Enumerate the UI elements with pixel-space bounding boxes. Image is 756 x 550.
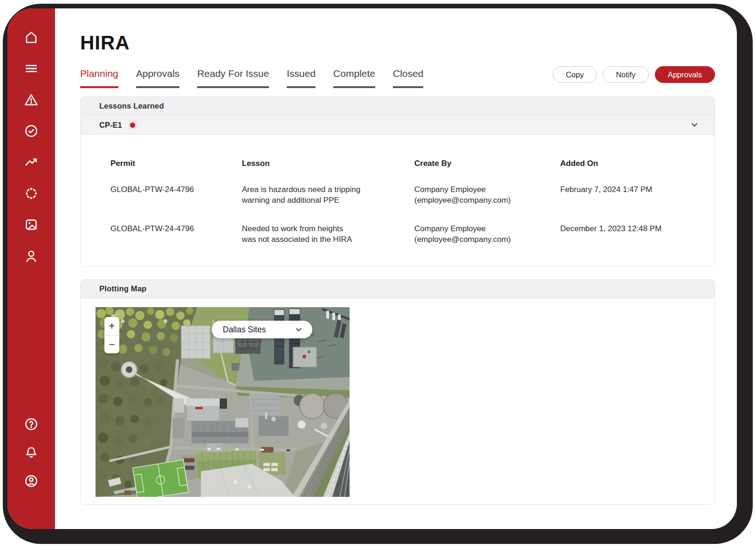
toolbar-actions: Copy Notify Approvals [553,66,715,83]
tabs: Planning Approvals Ready For Issue Issue… [80,68,423,88]
zoom-in-button[interactable]: + [104,317,119,335]
red-status-dot [130,123,135,128]
main-content: HIRA Planning Approvals Ready For Issue … [55,8,737,529]
aerial-map-image[interactable]: + − Dallas Sites [96,307,350,497]
zoom-out-button[interactable]: − [104,335,119,353]
table-cell-create-by: Company Employee (employee@company.com) [414,223,560,245]
col-header-permit: Permit [110,159,242,168]
table-cell-added-on: December 1, 2023 12:48 PM [560,223,696,245]
site-selector-value: Dallas Sites [223,325,266,335]
table-cell-lesson: Area is hazardous need a tripping warnin… [242,184,414,206]
chevron-down-icon [295,325,303,334]
col-header-added-on: Added On [560,159,696,168]
copy-button[interactable]: Copy [553,66,597,83]
table-cell-create-by: Company Employee (employee@company.com) [414,184,560,206]
user-icon[interactable] [24,248,39,263]
lessons-learned-title: Lessons Learned [99,102,164,110]
help-icon[interactable] [24,417,39,432]
plotting-map-title: Plotting Map [99,284,146,293]
table-cell-lesson: Needed to work from heights was not asso… [242,223,414,245]
sidebar-nav-top [24,30,39,263]
notify-button[interactable]: Notify [603,66,648,83]
page-title: HIRA [80,8,715,54]
lessons-group-label: CP-E1 [99,121,122,130]
tab-closed[interactable]: Closed [393,68,423,88]
col-header-create-by: Create By [414,159,560,168]
image-icon[interactable] [24,217,39,232]
alert-triangle-icon[interactable] [24,92,39,107]
lessons-learned-header: Lessons Learned [81,97,715,116]
col-header-lesson: Lesson [242,159,414,168]
tab-ready-for-issue[interactable]: Ready For Issue [197,68,269,88]
notifications-bell-icon[interactable] [24,445,39,460]
app-window: HIRA Planning Approvals Ready For Issue … [7,8,737,529]
table-cell-added-on: February 7, 2024 1:47 PM [560,184,696,206]
account-icon[interactable] [24,474,39,488]
chevron-down-icon[interactable] [690,121,699,129]
menu-icon[interactable] [24,61,39,76]
tab-planning[interactable]: Planning [80,68,118,88]
lessons-learned-panel: Lessons Learned CP-E1 Permit Lesson Crea… [80,96,715,267]
plotting-map-header: Plotting Map [81,280,715,298]
tab-approvals[interactable]: Approvals [136,68,179,88]
trending-up-icon[interactable] [24,155,39,170]
tab-bar: Planning Approvals Ready For Issue Issue… [80,68,715,88]
sidebar-nav-bottom [24,417,39,529]
home-icon[interactable] [24,30,39,45]
map-zoom-control: + − [104,317,119,353]
plotting-map-panel: Plotting Map [80,279,715,505]
plotting-map-body: + − Dallas Sites [81,298,715,504]
plot-points-icon[interactable] [24,186,39,201]
table-cell-permit: GLOBAL-PTW-24-4796 [110,223,242,245]
site-selector-dropdown[interactable]: Dallas Sites [212,321,312,338]
check-circle-icon[interactable] [24,124,39,138]
tab-issued[interactable]: Issued [287,68,316,88]
lessons-group-row[interactable]: CP-E1 [81,116,715,135]
tab-complete[interactable]: Complete [333,68,375,88]
table-cell-permit: GLOBAL-PTW-24-4796 [110,184,242,206]
sidebar [7,8,55,529]
approvals-button[interactable]: Approvals [655,66,715,83]
status-dot-chip [128,120,137,130]
lessons-table: Permit Lesson Create By Added On GLOBAL-… [81,135,715,266]
